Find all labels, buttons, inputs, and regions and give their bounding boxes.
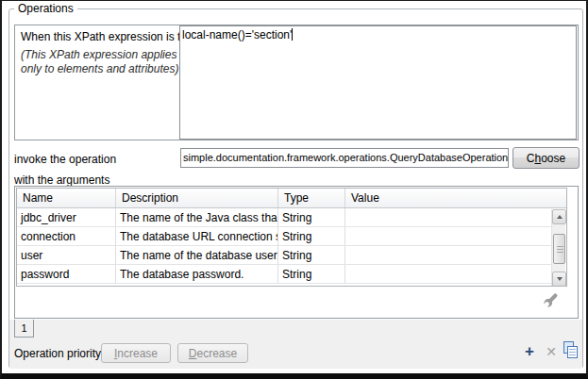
add-icon[interactable]: + — [522, 343, 537, 360]
cell-type[interactable]: String — [278, 208, 345, 226]
column-header-description[interactable]: Description — [116, 189, 278, 207]
cell-value[interactable] — [345, 227, 552, 245]
scrollbar-grip-icon — [557, 246, 563, 253]
table-header: Name Description Type Value — [17, 189, 566, 208]
operation-class-value: simple.documentation.framework.operation… — [183, 152, 508, 163]
scroll-up-button[interactable] — [552, 209, 566, 224]
cell-type[interactable]: String — [278, 246, 345, 264]
table-body: jdbc_driver The name of the Java class t… — [17, 208, 552, 284]
arrow-up-icon — [557, 215, 563, 219]
arrow-down-icon — [557, 277, 563, 281]
cell-name[interactable]: user — [17, 246, 116, 264]
operation-priority-label: Operation priority — [14, 347, 101, 360]
scroll-down-button[interactable] — [552, 272, 566, 287]
table-row[interactable]: connection The database URL connection s… — [17, 227, 552, 246]
cell-description[interactable]: The database URL connection s... — [116, 227, 278, 245]
invoke-operation-label: invoke the operation — [14, 153, 116, 166]
arguments-panel: Name Description Type Value jdbc_driver … — [14, 186, 579, 319]
cell-description[interactable]: The name of the database user. — [116, 246, 278, 264]
copy-icon[interactable] — [563, 341, 580, 359]
tab-1[interactable]: 1 — [14, 320, 34, 338]
vertical-scrollbar[interactable] — [551, 209, 565, 287]
cell-name[interactable]: password — [17, 265, 116, 283]
decrease-button[interactable]: Decrease — [177, 343, 248, 363]
xpath-panel: When this XPath expression is true (This… — [14, 25, 579, 140]
tab-1-label: 1 — [21, 322, 26, 334]
arguments-label: with the arguments — [14, 173, 109, 187]
copy-page-front — [567, 346, 578, 358]
column-header-value[interactable]: Value — [345, 189, 566, 207]
cell-name[interactable]: connection — [17, 227, 116, 245]
wrench-icon[interactable] — [543, 292, 559, 308]
choose-button[interactable]: Choose — [512, 147, 580, 169]
cell-type[interactable]: String — [278, 265, 345, 283]
scrollbar-thumb[interactable] — [553, 234, 565, 264]
cell-type[interactable]: String — [278, 227, 345, 245]
cell-description[interactable]: The name of the Java class tha... — [116, 208, 278, 226]
column-header-name[interactable]: Name — [17, 189, 116, 207]
groupbox-title: Operations — [14, 2, 77, 15]
cell-value[interactable] — [345, 208, 552, 226]
table-row[interactable]: user The name of the database user. Stri… — [17, 246, 552, 265]
bottom-area — [9, 320, 582, 369]
table-row[interactable]: password The database password. String — [17, 265, 552, 284]
xpath-expression-value: local-name()='section' — [182, 28, 292, 41]
xpath-note: (This XPath expression applies only to e… — [21, 48, 189, 76]
table-row[interactable]: jdbc_driver The name of the Java class t… — [17, 208, 552, 227]
cell-value[interactable] — [345, 246, 552, 264]
increase-button[interactable]: Increase — [101, 343, 171, 363]
text-caret — [292, 28, 293, 41]
operation-class-input[interactable]: simple.documentation.framework.operation… — [180, 148, 509, 168]
xpath-label: When this XPath expression is true — [21, 30, 197, 43]
cell-name[interactable]: jdbc_driver — [17, 208, 116, 226]
column-header-type[interactable]: Type — [278, 189, 345, 207]
cell-description[interactable]: The database password. — [116, 265, 278, 283]
xpath-expression-input[interactable]: local-name()='section' — [179, 25, 577, 140]
arguments-table: Name Description Type Value jdbc_driver … — [16, 188, 567, 287]
operations-dialog: Operations When this XPath expression is… — [0, 0, 588, 379]
cell-value[interactable] — [345, 265, 552, 283]
remove-icon[interactable]: ✕ — [544, 344, 559, 360]
